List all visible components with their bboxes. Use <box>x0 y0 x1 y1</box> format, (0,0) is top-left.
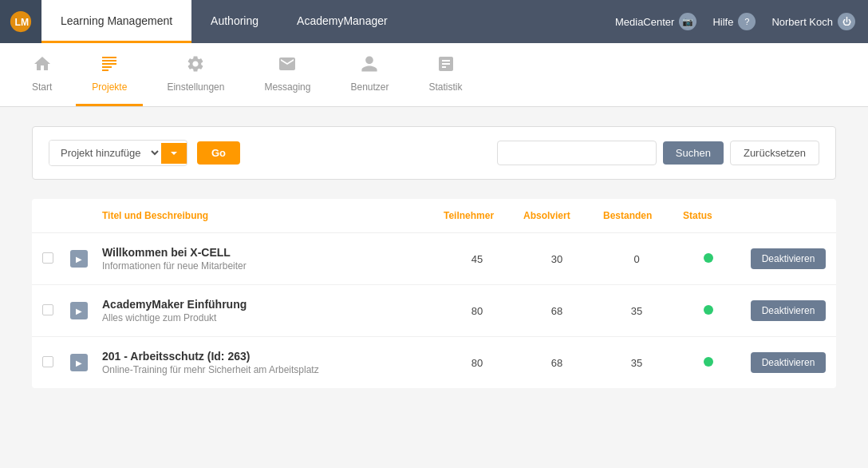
table-row: ▶ AcademyMaker Einführung Alles wichtige… <box>32 285 836 337</box>
row3-desc: Online-Training für mehr Sicherheit am A… <box>102 364 431 375</box>
row1-teilnehmer: 45 <box>437 250 517 268</box>
header-action <box>740 207 836 224</box>
row2-title-cell: AcademyMaker Einführung Alles wichtige z… <box>96 295 437 327</box>
header-title: Titel und Beschreibung <box>96 207 437 224</box>
dropdown-wrapper: Projekt hinzufügen <box>49 140 187 166</box>
go-button[interactable]: Go <box>197 141 240 165</box>
subnav-projekte-label: Projekte <box>92 81 127 93</box>
subnav-start[interactable]: Start <box>16 43 68 106</box>
row1-absolviert: 30 <box>517 250 597 268</box>
row3-status <box>677 354 740 372</box>
row3-title-cell: 201 - Arbeitsschutz (Id: 263) Online-Tra… <box>96 347 437 379</box>
header-checkbox <box>32 207 64 224</box>
row3-expand-btn[interactable]: ▶ <box>70 354 88 371</box>
row3-title: 201 - Arbeitsschutz (Id: 263) <box>102 350 431 363</box>
row3-expand-cell: ▶ <box>64 351 96 375</box>
row2-action: Deaktivieren <box>740 297 836 324</box>
header-status: Status <box>677 207 740 224</box>
row1-title-cell: Willkommen bei X-CELL Informationen für … <box>96 243 437 275</box>
row1-status <box>677 250 740 268</box>
reset-button[interactable]: Zurücksetzen <box>730 141 819 165</box>
row2-expand-btn[interactable]: ▶ <box>70 302 88 319</box>
header-bestanden: Bestanden <box>597 207 677 224</box>
dropdown-arrow-btn[interactable] <box>161 143 187 164</box>
row1-deactivate-button[interactable]: Deaktivieren <box>751 248 827 269</box>
row2-checkbox[interactable] <box>42 304 53 315</box>
statistik-icon <box>436 54 456 78</box>
image-icon: 📷 <box>679 13 696 30</box>
row3-absolviert: 68 <box>517 354 597 372</box>
row1-expand-cell: ▶ <box>64 247 96 271</box>
row2-checkbox-cell <box>32 301 64 321</box>
row3-deactivate-button[interactable]: Deaktivieren <box>751 352 827 373</box>
settings-icon <box>186 54 205 78</box>
subnav-projekte[interactable]: Projekte <box>76 43 143 106</box>
row1-bestanden: 0 <box>597 250 677 268</box>
add-project-dropdown[interactable]: Projekt hinzufügen <box>49 141 161 165</box>
row2-absolviert: 68 <box>517 302 597 320</box>
subnav-messaging-label: Messaging <box>264 81 310 93</box>
row2-bestanden: 35 <box>597 302 677 320</box>
row3-action: Deaktivieren <box>740 349 836 376</box>
subnav-benutzer-label: Benutzer <box>350 81 389 93</box>
row2-deactivate-button[interactable]: Deaktivieren <box>751 300 827 321</box>
row1-desc: Informationen für neue Mitarbeiter <box>102 260 431 272</box>
row2-desc: Alles wichtige zum Produkt <box>102 312 431 323</box>
label-username: Norbert Koch <box>771 16 833 28</box>
row2-teilnehmer: 80 <box>437 302 517 320</box>
row3-checkbox[interactable] <box>42 356 53 367</box>
top-nav-tabs: Learning Management Authoring AcademyMan… <box>41 0 407 43</box>
header-expand <box>64 207 96 224</box>
top-nav-tab-authoring[interactable]: Authoring <box>191 0 278 43</box>
header-absolviert: Absolviert <box>517 207 597 224</box>
label-hilfe: Hilfe <box>712 16 733 28</box>
mediacenter-nav-item[interactable]: MediaCenter 📷 <box>615 13 696 30</box>
table-row: ▶ 201 - Arbeitsschutz (Id: 263) Online-T… <box>32 337 836 388</box>
search-input[interactable] <box>497 141 657 165</box>
row2-title: AcademyMaker Einführung <box>102 298 431 311</box>
top-nav: LM Learning Management Authoring Academy… <box>0 0 868 43</box>
table-header: Titel und Beschreibung Teilnehmer Absolv… <box>32 199 836 233</box>
row3-status-dot <box>704 357 713 367</box>
label-mediacenter: MediaCenter <box>615 16 674 28</box>
search-right: Suchen Zurücksetzen <box>497 141 819 165</box>
subnav-einstellungen-label: Einstellungen <box>167 81 224 93</box>
row1-action: Deaktivieren <box>740 245 836 272</box>
subnav-statistik-label: Statistik <box>429 81 463 93</box>
svg-text:LM: LM <box>15 17 30 28</box>
row2-status-dot <box>704 305 713 315</box>
header-teilnehmer: Teilnehmer <box>437 207 517 224</box>
search-bar: Projekt hinzufügen Go Suchen Zurücksetze… <box>32 126 836 180</box>
hilfe-nav-item[interactable]: Hilfe ? <box>712 13 756 30</box>
user-nav-item[interactable]: Norbert Koch ⏻ <box>771 13 855 30</box>
question-icon: ? <box>738 13 756 30</box>
table-row: ▶ Willkommen bei X-CELL Informationen fü… <box>32 233 836 285</box>
search-button[interactable]: Suchen <box>663 141 724 165</box>
row2-expand-cell: ▶ <box>64 299 96 323</box>
row1-checkbox-cell <box>32 249 64 269</box>
row1-title: Willkommen bei X-CELL <box>102 246 431 259</box>
user-icon <box>360 54 379 78</box>
subnav-einstellungen[interactable]: Einstellungen <box>151 43 240 106</box>
top-nav-tab-academy[interactable]: AcademyManager <box>278 0 407 43</box>
row1-expand-btn[interactable]: ▶ <box>70 250 88 268</box>
subnav-benutzer[interactable]: Benutzer <box>334 43 404 106</box>
top-nav-tab-learning[interactable]: Learning Management <box>41 0 191 43</box>
row3-bestanden: 35 <box>597 354 677 372</box>
messaging-icon <box>278 54 297 78</box>
subnav-messaging[interactable]: Messaging <box>248 43 326 106</box>
row1-status-dot <box>704 253 713 263</box>
top-nav-right: MediaCenter 📷 Hilfe ? Norbert Koch ⏻ <box>615 0 868 43</box>
row2-status <box>677 302 740 320</box>
power-icon: ⏻ <box>838 13 855 30</box>
row1-checkbox[interactable] <box>42 252 53 264</box>
home-icon <box>33 54 52 78</box>
app-logo: LM <box>0 0 41 43</box>
sub-nav: Start Projekte Einstellungen Messaging B… <box>0 43 868 107</box>
projekte-icon <box>100 54 119 78</box>
row3-checkbox-cell <box>32 353 64 373</box>
row3-teilnehmer: 80 <box>437 354 517 372</box>
subnav-statistik[interactable]: Statistik <box>413 43 479 106</box>
subnav-start-label: Start <box>32 81 52 93</box>
projects-table: Titel und Beschreibung Teilnehmer Absolv… <box>32 199 836 388</box>
